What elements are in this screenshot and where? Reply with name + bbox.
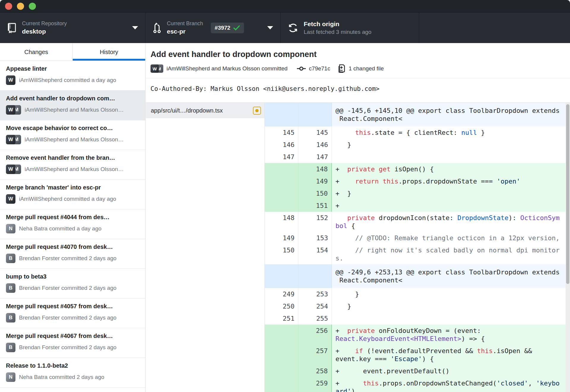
diff-row: 147 147 [265,151,570,163]
diff-code-line: @@ -249,6 +253,13 @@ export class Toolba… [332,264,570,288]
toolbar: Current Repository desktop Current Branc… [0,12,570,43]
diff-code-line: + if (!event.defaultPrevented && this.is… [332,345,570,365]
diff-code-line: // @TODO: Remake triangle octicon in a 1… [332,232,570,244]
avatar: W [6,105,15,115]
diff-scrollbar-track[interactable] [566,103,570,392]
commit-list-item[interactable]: Merge pull request #4070 from desk… B Br… [0,239,145,269]
commit-meta: iAmWillShepherd committed a day ago [19,196,116,202]
diff-code-line: private dropdownIcon(state: DropdownStat… [332,212,570,232]
avatar: N [6,372,15,382]
commit-meta: iAmWillShepherd and Markus Olsson… [25,166,124,173]
diff-row: @@ -145,6 +145,10 @@ export class Toolba… [265,103,570,127]
diff-old-line-number [265,175,298,187]
diff-row: 259 + this.props.onDropdownStateChanged(… [265,377,570,392]
diff-old-line-number [265,187,298,200]
commit-title: Release to 1.1.0-beta2 [6,362,139,369]
commit-avatars: WM [6,105,21,115]
diff-code-line: + [332,200,570,212]
current-repository-button[interactable]: Current Repository desktop [0,12,145,43]
diff-code-line: @@ -145,6 +145,10 @@ export class Toolba… [332,103,570,127]
diff-code-line: // right now it's scaled badly on normal… [332,244,570,264]
diff-row: 149 + return this.props.dropdownState ==… [265,175,570,187]
commit-list-item[interactable]: Merge pull request #4052 from d… [0,388,145,392]
diff-old-line-number [265,103,298,127]
current-branch-button[interactable]: Current Branch esc-pr #3972 [145,12,281,43]
commit-list-item[interactable]: Appease linter W iAmWillShepherd committ… [0,61,145,91]
commit-list-item[interactable]: Merge pull request #4044 from des… N Neh… [0,209,145,239]
minimize-window-button[interactable] [17,3,24,10]
diff-code-line: } [332,139,570,151]
diff-old-line-number: 146 [265,139,298,151]
diff-code-line: + private get isOpen() { [332,163,570,175]
current-repository-value: desktop [22,28,67,35]
fetch-origin-label: Fetch origin [304,20,371,28]
tab-history[interactable]: History [72,43,145,61]
diff-old-line-number [265,377,298,392]
repo-icon [7,23,17,33]
current-branch-value: esc-pr [167,28,203,35]
window-title-bar [0,0,570,12]
diff-row: 148 152 private dropdownIcon(state: Drop… [265,212,570,232]
commit-meta: Brendan Forster committed 2 days ago [19,314,116,321]
commit-title: Add event handler to dropdown com… [6,95,139,102]
commit-meta-row: WM iAmWillShepherd and Markus Olsson com… [146,64,570,73]
commit-title: Move escape behavior to correct co… [6,125,139,132]
commit-list-item[interactable]: Remove event handler from the bran… WM i… [0,150,145,180]
diff-new-line-number: 148 [298,163,332,175]
changed-file-list: app/src/ui/t…/dropdown.tsx [146,103,265,392]
diff-new-line-number: 150 [298,187,332,200]
diff-row: 151 + [265,200,570,212]
diff-view: @@ -145,6 +145,10 @@ export class Toolba… [265,103,570,392]
chevron-down-icon [267,26,273,29]
commit-avatars: WM [6,165,21,174]
commit-avatars: W [6,194,15,204]
commit-meta: Neha Batra committed a day ago [19,225,102,232]
avatar: B [6,254,15,263]
commit-list-item[interactable]: Merge branch 'master' into esc-pr W iAmW… [0,180,145,209]
diff-scrollbar-thumb[interactable] [566,104,569,284]
commit-list-item[interactable]: Move escape behavior to correct co… WM i… [0,120,145,150]
commit-list-item[interactable]: bump to beta3 B Brendan Forster committe… [0,269,145,298]
diff-row: 258 + event.preventDefault() [265,365,570,377]
diff-new-line-number: 147 [298,151,332,163]
commit-list-item[interactable]: Release to 1.1.0-beta2 N Neha Batra comm… [0,358,145,388]
changed-file-row[interactable]: app/src/ui/t…/dropdown.tsx [146,103,265,118]
history-sidebar: Changes History Appease linter W iAmWill… [0,43,145,392]
avatar: N [6,224,15,233]
commit-title: bump to beta3 [6,273,139,280]
git-commit-icon [297,65,306,72]
diff-code-line: } [332,288,570,300]
commit-avatars: N [6,372,15,382]
diff-code-line: + private onFoldoutKeyDown = (event: Rea… [332,325,570,345]
commit-meta: Brendan Forster committed 2 days ago [19,285,116,291]
commit-list-item[interactable]: Add event handler to dropdown com… WM iA… [0,91,145,120]
diff-new-line-number: 146 [298,139,332,151]
modified-file-icon [253,107,261,115]
diff-row: 150 + } [265,187,570,200]
commit-title: Remove event handler from the bran… [6,154,139,161]
diff-new-line-number: 255 [298,312,332,325]
commit-list-item[interactable]: Merge pull request #4057 from desk… B Br… [0,298,145,328]
avatar: W [6,135,15,144]
commit-title: Merge pull request #4067 from desk… [6,333,139,339]
commit-meta: Brendan Forster committed 2 days ago [19,344,116,351]
commit-summary-title: Add event handler to dropdown component [146,43,570,59]
diff-old-line-number [265,200,298,212]
tab-changes[interactable]: Changes [0,43,72,61]
commit-meta: Neha Batra committed 2 days ago [19,374,104,380]
commit-avatars: WM [6,135,21,144]
zoom-window-button[interactable] [29,3,36,10]
commit-meta: iAmWillShepherd and Markus Olsson… [25,107,124,113]
check-icon [233,25,240,31]
file-path: app/src/ui/t…/dropdown.tsx [151,107,253,114]
fetch-origin-button[interactable]: Fetch origin Last fetched 3 minutes ago [281,12,419,43]
close-window-button[interactable] [5,3,12,10]
diff-new-line-number: 256 [298,325,332,345]
diff-old-line-number [265,264,298,288]
commit-description: Co-Authored-By: Markus Olsson <niik@user… [146,78,570,99]
diff-row: 249 253 } [265,288,570,300]
diff-code-line: this.state = { clientRect: null } [332,127,570,139]
diff-old-line-number: 249 [265,288,298,300]
diff-old-line-number: 150 [265,244,298,264]
commit-list-item[interactable]: Merge pull request #4067 from desk… B Br… [0,328,145,358]
